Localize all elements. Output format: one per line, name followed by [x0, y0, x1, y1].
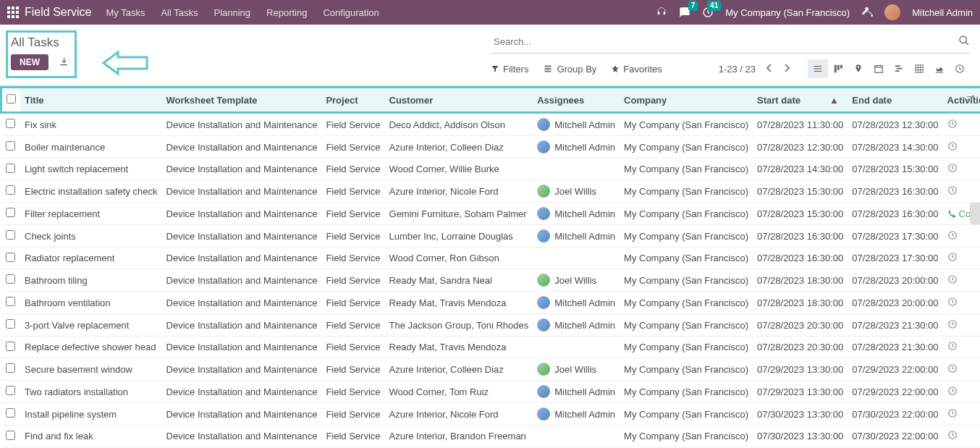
tools-icon[interactable]	[861, 6, 873, 20]
row-checkbox[interactable]	[6, 297, 15, 306]
row-checkbox[interactable]	[6, 185, 15, 195]
table-row[interactable]: Find and fix leakDevice Installation and…	[1, 426, 981, 447]
activity-clock-icon[interactable]	[947, 276, 958, 287]
columns-settings-icon[interactable]	[966, 93, 976, 106]
activity-clock-icon[interactable]: 41	[702, 7, 714, 18]
col-title[interactable]: Title	[20, 88, 162, 113]
cell-title: 3-port Valve replacement	[20, 314, 162, 337]
row-checkbox[interactable]	[6, 208, 15, 217]
activity-clock-icon[interactable]	[947, 120, 958, 131]
col-worksheet[interactable]: Worksheet Template	[162, 88, 322, 113]
row-checkbox[interactable]	[6, 274, 15, 284]
cell-project: Field Service	[321, 426, 384, 447]
activity-clock-icon[interactable]	[947, 253, 958, 264]
cell-project: Field Service	[321, 269, 384, 292]
user-avatar[interactable]	[884, 4, 900, 20]
activity-clock-icon[interactable]	[947, 365, 958, 376]
row-checkbox[interactable]	[6, 253, 15, 262]
col-assignees[interactable]: Assignees	[533, 88, 620, 113]
chat-badge: 7	[688, 1, 698, 11]
cell-start: 07/29/2023 13:30:00	[753, 381, 848, 403]
chat-icon[interactable]: 7	[679, 7, 690, 18]
activity-clock-icon[interactable]	[947, 431, 958, 442]
activity-clock-icon[interactable]	[947, 187, 958, 198]
table-row[interactable]: Electric installation safety checkDevice…	[1, 180, 981, 203]
row-checkbox[interactable]	[6, 119, 15, 128]
activity-clock-icon[interactable]	[947, 232, 958, 242]
col-project[interactable]: Project	[321, 88, 384, 113]
table-row[interactable]: 3-port Valve replacementDevice Installat…	[1, 314, 981, 337]
app-brand[interactable]: Field Service	[25, 6, 91, 19]
view-list[interactable]	[808, 59, 828, 78]
pager-prev[interactable]	[763, 62, 776, 76]
col-start-date[interactable]: Start date▲	[753, 88, 848, 113]
row-checkbox[interactable]	[6, 319, 15, 329]
group-by-button[interactable]: Group By	[543, 64, 596, 75]
user-name[interactable]: Mitchell Admin	[912, 7, 973, 18]
company-selector[interactable]: My Company (San Francisco)	[725, 7, 850, 18]
cell-company: My Company (San Francisco)	[620, 381, 753, 403]
apps-icon[interactable]	[7, 7, 19, 18]
cell-customer: Wood Corner, Willie Burke	[385, 159, 533, 180]
menu-reporting[interactable]: Reporting	[266, 7, 307, 18]
table-row[interactable]: Install pipeline systemDevice Installati…	[1, 403, 981, 426]
right-panel-handle[interactable]	[970, 203, 980, 224]
table-row[interactable]: Two radiators installationDevice Install…	[1, 381, 981, 403]
row-checkbox[interactable]	[6, 342, 15, 351]
row-checkbox[interactable]	[6, 431, 15, 440]
row-checkbox[interactable]	[6, 164, 15, 173]
svg-rect-14	[875, 66, 883, 72]
view-gantt[interactable]	[889, 59, 909, 78]
row-checkbox[interactable]	[6, 141, 15, 151]
activity-clock-icon[interactable]	[947, 387, 958, 398]
view-kanban[interactable]	[828, 59, 848, 78]
activity-clock-icon[interactable]	[947, 143, 958, 153]
activity-clock-icon[interactable]	[947, 410, 958, 420]
activity-clock-icon[interactable]	[947, 164, 958, 175]
pager-text[interactable]: 1-23 / 23	[719, 64, 756, 75]
view-pivot[interactable]	[909, 59, 929, 78]
menu-planning[interactable]: Planning	[214, 7, 250, 18]
table-row[interactable]: Bathroom tilingDevice Installation and M…	[1, 269, 981, 292]
menu-my-tasks[interactable]: My Tasks	[106, 7, 145, 18]
activity-clock-icon[interactable]	[947, 298, 958, 309]
activity-clock-icon[interactable]	[947, 321, 958, 331]
row-checkbox[interactable]	[6, 386, 15, 395]
filters-button[interactable]: Filters	[491, 64, 528, 75]
menu-configuration[interactable]: Configuration	[323, 7, 379, 18]
table-row[interactable]: Filter replacementDevice Installation an…	[1, 203, 981, 225]
cell-project: Field Service	[321, 292, 384, 314]
pager-next[interactable]	[780, 62, 793, 76]
task-table-wrapper[interactable]: Title Worksheet Template Project Custome…	[0, 86, 980, 448]
select-all-checkbox[interactable]	[7, 94, 16, 103]
new-button[interactable]: NEW	[11, 54, 48, 70]
favorites-button[interactable]: Favorites	[611, 64, 662, 75]
table-row[interactable]: Bathroom ventilationDevice Installation …	[1, 292, 981, 314]
search-icon[interactable]	[958, 35, 970, 48]
table-row[interactable]: Secure basement windowDevice Installatio…	[1, 358, 981, 381]
phone-icon[interactable]	[656, 7, 667, 18]
task-table: Title Worksheet Template Project Custome…	[0, 86, 980, 448]
view-calendar[interactable]	[869, 59, 889, 78]
table-row[interactable]: Light switch replacementDevice Installat…	[1, 159, 981, 180]
download-icon[interactable]	[59, 56, 69, 69]
table-row[interactable]: Radiator replacementDevice Installation …	[1, 248, 981, 269]
row-checkbox[interactable]	[6, 408, 15, 418]
table-row[interactable]: Fix sinkDevice Installation and Maintena…	[1, 113, 981, 136]
col-end-date[interactable]: End date	[848, 88, 942, 113]
search-input[interactable]	[491, 35, 958, 48]
row-checkbox[interactable]	[6, 363, 15, 373]
cell-title: Radiator replacement	[20, 248, 162, 269]
view-graph[interactable]	[929, 59, 950, 78]
view-activity[interactable]	[950, 59, 970, 78]
table-row[interactable]: Boiler maintenanceDevice Installation an…	[1, 136, 981, 159]
col-company[interactable]: Company	[620, 88, 753, 113]
row-checkbox[interactable]	[6, 230, 15, 240]
activity-clock-icon[interactable]	[947, 342, 958, 353]
menu-all-tasks[interactable]: All Tasks	[161, 7, 198, 18]
view-map[interactable]	[848, 59, 869, 78]
assignee-name: Mitchell Admin	[554, 208, 615, 219]
table-row[interactable]: Replace defective shower headDevice Inst…	[1, 337, 981, 358]
col-customer[interactable]: Customer	[385, 88, 533, 113]
table-row[interactable]: Check jointsDevice Installation and Main…	[1, 225, 981, 248]
